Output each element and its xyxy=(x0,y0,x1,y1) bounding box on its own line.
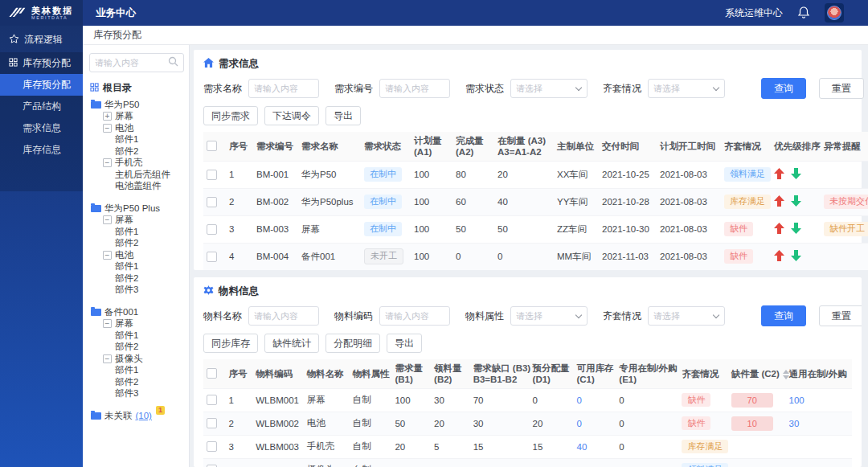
column-header: 序号 xyxy=(226,132,253,161)
tree-node[interactable]: −屏幕 xyxy=(89,318,184,330)
bell-icon[interactable] xyxy=(797,6,810,21)
priority-up-button[interactable] xyxy=(774,195,784,208)
expand-icon[interactable]: + xyxy=(103,112,112,121)
column-header: 需求编号 xyxy=(253,132,298,161)
row-checkbox[interactable] xyxy=(207,224,217,235)
select-all-checkbox[interactable] xyxy=(207,141,217,151)
sidebar-item-process-logic[interactable]: 流程逻辑 xyxy=(0,29,83,51)
kit-status-badge: 领料满足 xyxy=(682,463,727,467)
tree-node[interactable]: 部件2 xyxy=(89,272,184,285)
tree-node[interactable]: +屏幕 xyxy=(89,111,184,123)
material-attr-select[interactable] xyxy=(510,306,588,326)
tree-node[interactable]: 部件1 xyxy=(89,226,184,238)
sidebar-sub-inventory-prealloc[interactable]: 库存预分配 xyxy=(0,74,83,96)
tree-node[interactable]: 备件001 xyxy=(89,306,184,318)
priority-down-button[interactable] xyxy=(791,250,801,263)
tree-node[interactable]: −摄像头 xyxy=(89,353,184,365)
main-panel: 需求信息 需求名称 需求编号 需求状态 xyxy=(190,45,868,467)
sort-icon[interactable] xyxy=(783,370,789,379)
row-checkbox[interactable] xyxy=(207,197,217,207)
tree-node[interactable]: 部件3 xyxy=(89,388,184,400)
priority-cell xyxy=(771,215,821,243)
tree-node[interactable]: −手机壳 xyxy=(89,158,184,170)
tree-node[interactable]: 电池盖组件 xyxy=(89,181,184,193)
material-query-button[interactable]: 查询 xyxy=(761,305,806,326)
priority-down-button[interactable] xyxy=(791,195,801,208)
demand-code-input[interactable] xyxy=(385,84,444,93)
tree-node[interactable]: 部件3 xyxy=(89,285,184,297)
material-name-input[interactable] xyxy=(254,311,313,321)
tree-node[interactable]: 部件2 xyxy=(89,342,184,354)
priority-up-button[interactable] xyxy=(774,168,784,181)
search-icon[interactable] xyxy=(168,56,178,69)
tree-node[interactable]: −电池 xyxy=(89,249,184,261)
material-kit-select[interactable] xyxy=(648,306,725,326)
tree-node[interactable]: −屏幕 xyxy=(89,215,184,227)
demand-query-button[interactable]: 查询 xyxy=(761,78,806,99)
shortage-qty-cell xyxy=(728,435,786,458)
collapse-icon[interactable]: − xyxy=(103,124,112,133)
row-checkbox[interactable] xyxy=(207,418,217,428)
material-action-button-2[interactable]: 分配明细 xyxy=(326,334,380,353)
tree-search-input[interactable] xyxy=(95,58,168,68)
tree-node[interactable]: −电池 xyxy=(89,122,184,134)
unlinked-count-link[interactable]: (10) xyxy=(136,411,152,420)
priority-up-button[interactable] xyxy=(774,223,784,236)
demand-kit-select[interactable] xyxy=(648,79,725,98)
tree-node[interactable]: 部件1 xyxy=(89,365,184,377)
priority-down-button[interactable] xyxy=(791,168,801,181)
nav-business-center[interactable]: 业务中心 xyxy=(96,6,136,20)
tree-node[interactable]: 部件2 xyxy=(89,238,184,250)
logo[interactable]: 美林数据 MERITDATA xyxy=(0,0,83,26)
row-checkbox[interactable] xyxy=(207,170,217,180)
sidebar-sub-stock-info[interactable]: 库存信息 xyxy=(0,139,83,161)
user-avatar[interactable] xyxy=(825,3,844,23)
material-reset-button[interactable]: 重置 xyxy=(819,305,862,326)
sidebar-sub-demand-info[interactable]: 需求信息 xyxy=(0,117,83,139)
collapse-icon[interactable]: − xyxy=(103,251,112,260)
demand-actions-row: 同步需求下达调令导出 xyxy=(203,106,852,125)
tree-node[interactable]: 部件1 xyxy=(89,134,184,146)
available-stock-link[interactable]: 0 xyxy=(576,419,581,428)
tree-node[interactable]: 未关联(10)1 xyxy=(89,410,184,422)
available-stock-link[interactable]: 40 xyxy=(576,442,587,452)
demand-reset-button[interactable]: 重置 xyxy=(819,78,864,99)
sidebar-item-inventory-prealloc[interactable]: 库存预分配 xyxy=(0,52,83,74)
tree-node[interactable]: 部件2 xyxy=(89,145,184,158)
general-stock-link[interactable]: 30 xyxy=(789,419,800,428)
tree-node[interactable]: 部件1 xyxy=(89,261,184,273)
collapse-icon[interactable]: − xyxy=(103,215,112,224)
material-code-input[interactable] xyxy=(385,311,444,321)
row-checkbox[interactable] xyxy=(207,395,217,405)
tree-root-row[interactable]: 根目录 xyxy=(90,81,184,95)
demand-name-input[interactable] xyxy=(254,84,313,93)
collapse-icon[interactable]: − xyxy=(103,319,112,328)
row-checkbox[interactable] xyxy=(207,441,217,452)
tree-node[interactable]: 华为P50 xyxy=(89,99,184,111)
collapse-icon[interactable]: − xyxy=(103,158,112,167)
ops-center-link[interactable]: 系统运维中心 xyxy=(725,6,783,20)
priority-up-button[interactable] xyxy=(774,250,784,263)
cell-plan-qty: 100 xyxy=(411,243,452,270)
demand-action-button-0[interactable]: 同步需求 xyxy=(203,106,258,125)
priority-down-button[interactable] xyxy=(791,223,801,236)
available-stock-link[interactable]: 0 xyxy=(576,395,581,405)
material-action-button-0[interactable]: 同步库存 xyxy=(203,334,258,353)
material-action-button-3[interactable]: 导出 xyxy=(387,334,422,353)
select-all-checkbox[interactable] xyxy=(207,368,217,379)
tree-node[interactable]: 主机后壳组件 xyxy=(89,169,184,181)
demand-action-button-1[interactable]: 下达调令 xyxy=(264,106,319,125)
breadcrumb-tab[interactable]: 库存预分配 xyxy=(93,29,141,40)
alert-badge-cell xyxy=(821,161,868,188)
demand-status-select[interactable] xyxy=(510,79,588,98)
tree-node[interactable]: 部件2 xyxy=(89,376,184,388)
row-checkbox[interactable] xyxy=(207,252,217,262)
cell-dedicated-qty: 0 xyxy=(616,458,678,467)
tree-node[interactable]: 华为P50 Plus xyxy=(89,203,184,215)
general-stock-link[interactable]: 100 xyxy=(789,395,805,405)
collapse-icon[interactable]: − xyxy=(103,354,112,363)
material-action-button-1[interactable]: 缺件统计 xyxy=(264,334,319,353)
tree-node[interactable]: 部件1 xyxy=(89,330,184,342)
sidebar-sub-product-structure[interactable]: 产品结构 xyxy=(0,96,83,117)
demand-action-button-2[interactable]: 导出 xyxy=(326,106,361,125)
